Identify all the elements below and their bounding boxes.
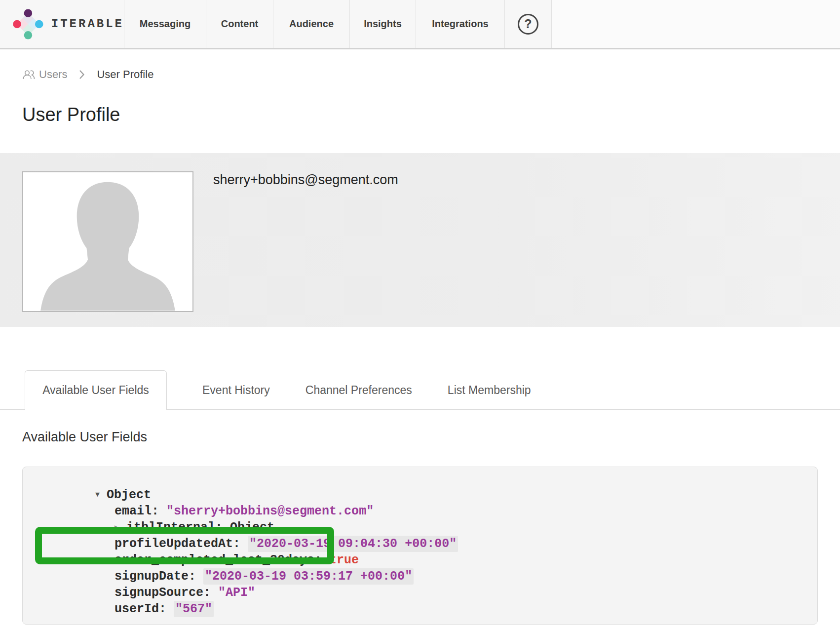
json-value: "2020-03-19 09:04:30 +00:00" (248, 536, 458, 552)
json-key: itblInternal: (126, 520, 230, 535)
user-profile-page: ITERABLE Messaging Content Audience Insi… (0, 0, 840, 630)
tab-available-user-fields[interactable]: Available User Fields (25, 370, 167, 410)
page-header: Users User Profile User Profile (0, 49, 840, 153)
section-heading: Available User Fields (22, 430, 840, 447)
nav-item-integrations[interactable]: Integrations (416, 0, 505, 48)
iterable-diamond-icon (12, 5, 44, 43)
brand-wordmark: ITERABLE (51, 17, 124, 31)
json-root-label: Object (107, 488, 151, 502)
tab-list-membership[interactable]: List Membership (448, 371, 531, 409)
nav-help-cell: ? (505, 0, 552, 48)
collapse-triangle-icon[interactable]: ▼ (95, 487, 107, 503)
json-key: signupSource: (115, 586, 218, 600)
json-value: "567" (174, 601, 214, 617)
profile-hero: sherry+bobbins@segment.com (0, 153, 840, 327)
json-key: email: (115, 504, 166, 518)
user-fields-panel: ▼Object email: "sherry+bobbins@segment.c… (22, 467, 818, 625)
page-title: User Profile (22, 104, 840, 125)
json-root-row: ▼Object (23, 471, 817, 487)
json-value: true (329, 553, 359, 567)
expand-triangle-icon[interactable]: ▶ (115, 519, 126, 536)
breadcrumb-current: User Profile (97, 68, 153, 81)
profile-tabs: Available User Fields Event History Chan… (0, 371, 840, 410)
json-key: order_completed_last_30days: (115, 553, 329, 567)
nav-item-content[interactable]: Content (206, 0, 273, 48)
json-value: "2020-03-19 03:59:17 +00:00" (203, 568, 414, 585)
top-nav: ITERABLE Messaging Content Audience Insi… (0, 0, 840, 49)
breadcrumb-users-link[interactable]: Users (22, 68, 67, 81)
json-tree: ▼Object email: "sherry+bobbins@segment.c… (23, 467, 817, 601)
breadcrumb: Users User Profile (0, 49, 840, 81)
nav-item-audience[interactable]: Audience (273, 0, 350, 48)
person-silhouette-icon (23, 172, 192, 311)
brand-logo[interactable]: ITERABLE (0, 0, 124, 48)
json-key: signupDate: (115, 569, 203, 584)
tab-event-history[interactable]: Event History (202, 371, 270, 409)
users-icon (22, 69, 35, 80)
nav-item-insights[interactable]: Insights (350, 0, 416, 48)
json-value: "API" (218, 586, 255, 600)
profile-email: sherry+bobbins@segment.com (213, 171, 398, 188)
json-value: Object (230, 520, 274, 535)
json-value: "sherry+bobbins@segment.com" (166, 504, 374, 518)
json-key: profileUpdatedAt: (115, 537, 248, 551)
help-icon[interactable]: ? (518, 14, 538, 35)
chevron-right-icon (79, 70, 85, 79)
nav-item-messaging[interactable]: Messaging (124, 0, 206, 48)
breadcrumb-users-label: Users (39, 68, 67, 81)
json-key: userId: (115, 602, 174, 616)
avatar (22, 171, 193, 312)
tab-channel-preferences[interactable]: Channel Preferences (305, 371, 412, 409)
